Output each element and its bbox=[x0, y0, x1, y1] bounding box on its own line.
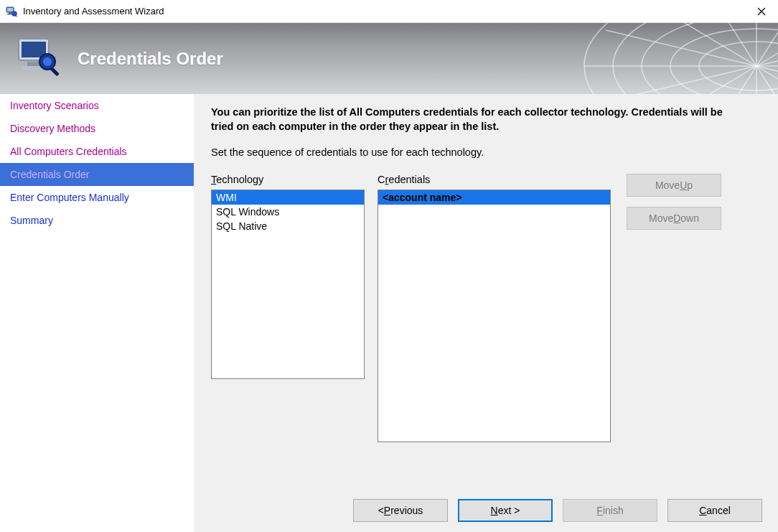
step-credentials-order[interactable]: Credentials Order bbox=[0, 163, 194, 186]
svg-rect-2 bbox=[9, 12, 11, 14]
next-button[interactable]: Next > bbox=[458, 499, 553, 522]
svg-point-11 bbox=[43, 57, 52, 66]
content-pane: You can prioritize the list of All Compu… bbox=[194, 94, 778, 532]
step-discovery-methods[interactable]: Discovery Methods bbox=[0, 117, 194, 140]
credentials-listbox[interactable]: <account name> bbox=[378, 190, 611, 442]
order-buttons: Move Up Move Down bbox=[627, 174, 721, 230]
credentials-group: Credentials <account name> bbox=[378, 174, 611, 442]
credentials-item[interactable]: <account name> bbox=[378, 190, 610, 205]
svg-line-21 bbox=[649, 23, 778, 94]
titlebar: Inventory and Assessment Wizard bbox=[0, 0, 778, 23]
wizard-step-list: Inventory Scenarios Discovery Methods Al… bbox=[0, 94, 194, 532]
move-down-button: Move Down bbox=[627, 207, 721, 230]
svg-rect-1 bbox=[7, 8, 13, 11]
finish-button: Finish bbox=[563, 499, 657, 522]
technology-listbox[interactable]: WMI SQL Windows SQL Native bbox=[211, 190, 365, 379]
step-enter-computers-manually[interactable]: Enter Computers Manually bbox=[0, 186, 194, 209]
svg-line-20 bbox=[606, 30, 778, 94]
credentials-label: Credentials bbox=[378, 174, 611, 185]
step-summary[interactable]: Summary bbox=[0, 209, 194, 232]
move-up-button: Move Up bbox=[627, 174, 721, 197]
svg-point-13 bbox=[584, 23, 778, 94]
technology-item[interactable]: SQL Native bbox=[212, 219, 364, 233]
technology-label: Technology bbox=[211, 174, 365, 185]
step-all-computers-credentials[interactable]: All Computers Credentials bbox=[0, 140, 194, 163]
technology-item[interactable]: SQL Windows bbox=[212, 205, 364, 219]
svg-line-24 bbox=[706, 23, 778, 94]
wizard-banner: Credentials Order bbox=[0, 23, 778, 94]
window-title: Inventory and Assessment Wizard bbox=[23, 6, 745, 17]
svg-line-22 bbox=[649, 23, 778, 94]
banner-icon bbox=[14, 33, 63, 85]
step-inventory-scenarios[interactable]: Inventory Scenarios bbox=[0, 94, 194, 117]
svg-line-23 bbox=[706, 23, 778, 94]
page-description: You can prioritize the list of All Compu… bbox=[211, 106, 742, 134]
svg-point-14 bbox=[613, 23, 778, 94]
banner-decoration bbox=[419, 23, 778, 94]
svg-point-15 bbox=[642, 23, 778, 94]
page-instruction: Set the sequence of credentials to use f… bbox=[211, 146, 761, 158]
banner-heading: Credentials Order bbox=[78, 49, 223, 69]
technology-item[interactable]: WMI bbox=[212, 190, 364, 205]
svg-rect-8 bbox=[27, 62, 40, 66]
svg-line-19 bbox=[606, 30, 778, 94]
wizard-button-row: < Previous Next > Finish Cancel bbox=[353, 499, 762, 522]
app-icon bbox=[6, 6, 17, 17]
svg-point-17 bbox=[699, 42, 778, 90]
previous-button[interactable]: < Previous bbox=[353, 499, 448, 522]
cancel-button[interactable]: Cancel bbox=[667, 499, 762, 522]
svg-point-16 bbox=[670, 29, 778, 94]
svg-rect-12 bbox=[50, 67, 59, 76]
close-button[interactable] bbox=[745, 0, 778, 23]
technology-group: Technology WMI SQL Windows SQL Native bbox=[211, 174, 365, 379]
